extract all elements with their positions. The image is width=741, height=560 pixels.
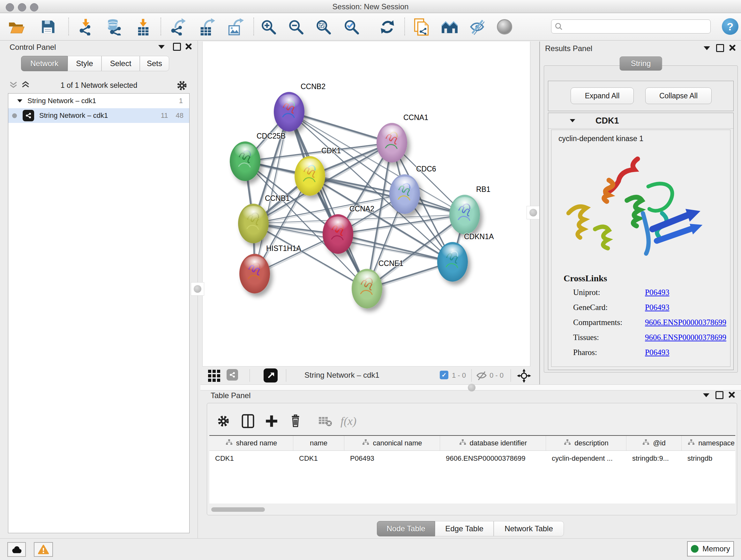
memory-button[interactable]: Memory [687, 541, 734, 557]
right-splitter-handle[interactable] [527, 206, 540, 219]
network-collection-row[interactable]: String Network – cdk1 1 [8, 94, 189, 108]
function-builder-icon[interactable]: f(x) [340, 413, 356, 429]
crosslink-link[interactable]: P06493 [645, 288, 669, 297]
panel-float-icon[interactable] [716, 44, 724, 52]
zoom-in-icon[interactable] [259, 17, 278, 36]
open-session-icon[interactable] [7, 17, 25, 36]
gene-section-header[interactable]: CDK1 [548, 113, 733, 129]
panel-close-icon[interactable] [728, 391, 735, 398]
tab-style[interactable]: Style [68, 56, 102, 71]
scrollbar-thumb[interactable] [211, 507, 265, 512]
crosslink-label: Tissues: [573, 333, 599, 342]
help-button[interactable]: ? [722, 18, 738, 35]
network-node-ccna1[interactable] [377, 123, 407, 163]
network-node-cdkn1a[interactable] [437, 242, 468, 282]
panel-menu-icon[interactable] [158, 45, 165, 49]
network-list: String Network – cdk1 1 String Network –… [8, 93, 190, 533]
export-image-icon[interactable] [226, 17, 245, 36]
crosslink-label: Compartments: [573, 318, 622, 327]
column-header-name[interactable]: name [293, 436, 344, 450]
import-network-from-file-icon[interactable] [77, 17, 95, 36]
table-cell: stringdb [682, 451, 735, 466]
tab-sets[interactable]: Sets [140, 56, 169, 71]
panel-menu-icon[interactable] [703, 393, 710, 397]
grid-view-icon[interactable] [208, 370, 220, 382]
column-header-database-identifier[interactable]: database identifier [440, 436, 546, 450]
search-input[interactable] [563, 22, 707, 31]
network-options-gear-icon[interactable] [176, 80, 188, 92]
export-network-icon[interactable] [169, 17, 187, 36]
zoom-out-icon[interactable] [286, 17, 305, 36]
network-node-ccnb1[interactable] [238, 204, 269, 243]
shared-column-tree-icon [642, 439, 650, 447]
crosslink-row: Tissues:9606.ENSP00000378699 [551, 330, 730, 346]
panel-close-icon[interactable] [729, 44, 736, 51]
fit-selection-crosshair-icon[interactable] [517, 369, 531, 384]
network-node-cdk1[interactable] [294, 156, 325, 196]
collapse-all-button[interactable]: Collapse All [645, 87, 712, 104]
crosslink-link[interactable]: P06493 [645, 348, 669, 357]
tab-string[interactable]: String [620, 57, 662, 71]
panel-float-icon[interactable] [173, 43, 181, 51]
import-table-from-file-icon[interactable] [134, 17, 152, 36]
crosslink-link[interactable]: 9606.ENSP00000378699 [645, 333, 726, 342]
network-node-rb1[interactable] [449, 195, 480, 234]
crosslink-link[interactable]: P06493 [645, 303, 669, 312]
column-header-namespace[interactable]: namespace [682, 436, 735, 450]
export-table-icon[interactable] [197, 17, 216, 36]
tab-network-table[interactable]: Network Table [494, 521, 564, 537]
network-row-selected[interactable]: String Network – cdk1 11 48 [8, 108, 189, 123]
add-column-icon[interactable] [265, 413, 278, 429]
table-row[interactable]: CDK1CDK1P064939606.ENSP00000378699cyclin… [209, 451, 735, 466]
import-network-from-database-icon[interactable] [105, 17, 124, 36]
horizontal-splitter[interactable] [200, 384, 741, 390]
tab-edge-table[interactable]: Edge Table [435, 521, 494, 537]
tab-network[interactable]: Network [21, 56, 68, 71]
expand-all-button[interactable]: Expand All [570, 87, 634, 104]
selected-checkbox-icon[interactable]: ✓ [440, 371, 448, 379]
column-header-shared-name[interactable]: shared name [209, 436, 293, 450]
select-columns-icon[interactable] [242, 413, 254, 429]
crosslink-link[interactable]: 9606.ENSP00000378699 [645, 318, 726, 327]
network-node-cdc6[interactable] [389, 174, 420, 214]
delete-table-icon[interactable] [318, 413, 332, 429]
network-node-hist1h1a[interactable] [239, 254, 270, 294]
protein-structure-image [558, 145, 718, 270]
cloud-status-button[interactable] [7, 542, 26, 557]
search-field [551, 19, 711, 34]
table-gear-icon[interactable] [217, 413, 230, 429]
toolbar-separator [250, 369, 250, 382]
network-view-icon[interactable] [226, 369, 238, 381]
warning-status-button[interactable] [34, 542, 53, 557]
save-session-icon[interactable] [39, 17, 57, 36]
show-hide-eye-icon[interactable] [468, 17, 486, 36]
expand-all-tree-icon[interactable] [9, 81, 18, 90]
birds-eye-view-icon[interactable] [264, 368, 278, 382]
network-canvas[interactable]: CCNB2CCNA1CDC25BCDK1CDC6RB1CCNB1CCNA2CDK… [202, 42, 530, 366]
string-home-icon[interactable] [441, 17, 459, 36]
left-splitter-handle[interactable] [191, 282, 204, 296]
zoom-fit-icon[interactable] [314, 17, 333, 36]
zoom-selected-icon[interactable] [342, 17, 360, 36]
collapse-icon[interactable] [570, 119, 576, 122]
panel-close-icon[interactable] [185, 43, 192, 50]
network-node-ccne1[interactable] [352, 269, 382, 308]
clone-network-icon[interactable] [412, 17, 431, 36]
tab-node-table[interactable]: Node Table [377, 521, 435, 537]
control-panel-tabs: NetworkStyleSelectSets [21, 56, 169, 71]
tab-select[interactable]: Select [102, 56, 140, 71]
network-node-ccnb2[interactable] [274, 92, 305, 132]
collapse-icon[interactable] [17, 99, 22, 103]
network-node-cdc25b[interactable] [230, 141, 260, 181]
refresh-network-icon[interactable] [378, 17, 397, 36]
inspect-sphere-icon[interactable] [495, 17, 514, 36]
panel-float-icon[interactable] [716, 391, 724, 399]
column-header--id[interactable]: @id [626, 436, 682, 450]
collapse-all-tree-icon[interactable] [21, 81, 30, 90]
column-header-canonical-name[interactable]: canonical name [344, 436, 440, 450]
network-node-ccna2[interactable] [323, 214, 353, 254]
column-header-description[interactable]: description [546, 436, 626, 450]
delete-column-icon[interactable] [289, 413, 301, 429]
panel-menu-icon[interactable] [704, 46, 710, 50]
toolbar-separator [404, 17, 405, 36]
